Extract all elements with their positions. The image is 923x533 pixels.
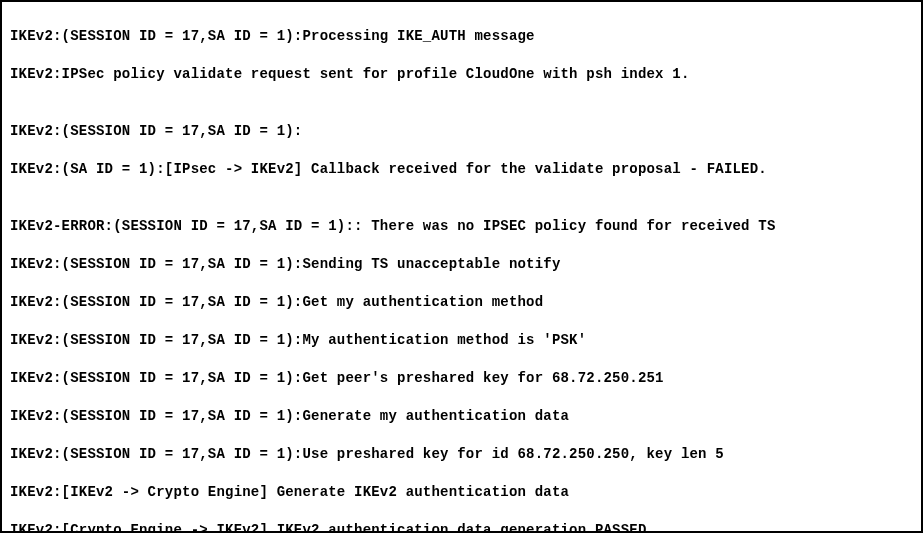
log-line: IKEv2:(SESSION ID = 17,SA ID = 1):Get my… bbox=[10, 293, 913, 312]
log-line: IKEv2:[IKEv2 -> Crypto Engine] Generate … bbox=[10, 483, 913, 502]
log-line: IKEv2:(SESSION ID = 17,SA ID = 1): bbox=[10, 122, 913, 141]
log-line: IKEv2:(SESSION ID = 17,SA ID = 1):Proces… bbox=[10, 27, 913, 46]
terminal-log-window: IKEv2:(SESSION ID = 17,SA ID = 1):Proces… bbox=[0, 0, 923, 533]
log-line: IKEv2:(SA ID = 1):[IPsec -> IKEv2] Callb… bbox=[10, 160, 913, 179]
log-line: IKEv2:IPSec policy validate request sent… bbox=[10, 65, 913, 84]
log-line: IKEv2:(SESSION ID = 17,SA ID = 1):Genera… bbox=[10, 407, 913, 426]
log-line: IKEv2:(SESSION ID = 17,SA ID = 1):Sendin… bbox=[10, 255, 913, 274]
log-line: IKEv2:(SESSION ID = 17,SA ID = 1):Get pe… bbox=[10, 369, 913, 388]
log-line: IKEv2:(SESSION ID = 17,SA ID = 1):Use pr… bbox=[10, 445, 913, 464]
log-line: IKEv2:(SESSION ID = 17,SA ID = 1):My aut… bbox=[10, 331, 913, 350]
log-line: IKEv2:[Crypto Engine -> IKEv2] IKEv2 aut… bbox=[10, 521, 913, 533]
log-line: IKEv2-ERROR:(SESSION ID = 17,SA ID = 1):… bbox=[10, 217, 913, 236]
